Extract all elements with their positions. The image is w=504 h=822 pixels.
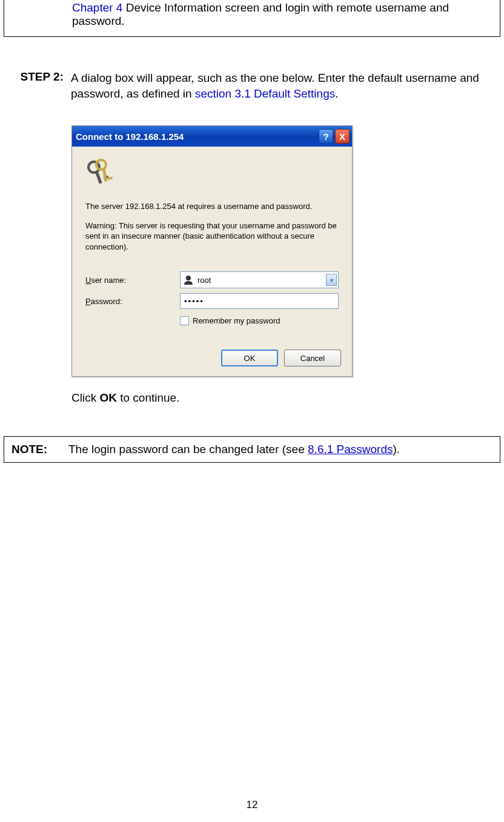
passwords-link[interactable]: 8.6.1 Passwords: [308, 443, 393, 456]
top-text: Chapter 4 Device Information screen and …: [10, 1, 494, 28]
close-button[interactable]: X: [335, 129, 350, 144]
close-icon: X: [339, 131, 345, 142]
step-2-body: A dialog box will appear, such as the on…: [71, 70, 497, 101]
svg-rect-4: [102, 168, 108, 182]
remember-checkbox[interactable]: [180, 316, 189, 325]
step-2-label: STEP 2:: [7, 70, 71, 101]
username-value: root: [197, 276, 326, 285]
dialog-message-2: Warning: This server is requesting that …: [85, 220, 339, 253]
section-3-1-link[interactable]: section 3.1 Default Settings: [195, 87, 335, 100]
dropdown-button[interactable]: ▾: [326, 274, 337, 286]
user-avatar-icon: [183, 274, 194, 285]
chevron-down-icon: ▾: [330, 277, 333, 283]
dialog-title: Connect to 192.168.1.254: [76, 131, 317, 142]
dialog-titlebar[interactable]: Connect to 192.168.1.254 ? X: [72, 126, 352, 147]
note-box: NOTE: The login password can be changed …: [4, 436, 500, 463]
click-ok-text: Click OK to continue.: [0, 377, 504, 405]
page-number: 12: [0, 799, 504, 811]
cancel-button[interactable]: Cancel: [284, 350, 341, 366]
note-label: NOTE:: [12, 443, 68, 456]
svg-rect-1: [94, 170, 102, 184]
password-label: Password:: [85, 297, 180, 306]
help-button[interactable]: ?: [319, 129, 333, 144]
top-text-rest: Device Information screen and login with…: [72, 1, 449, 27]
keys-icon: [83, 159, 113, 189]
chapter-4-link[interactable]: Chapter 4: [72, 1, 122, 14]
help-icon: ?: [323, 131, 328, 142]
top-continuation-box: Chapter 4 Device Information screen and …: [4, 0, 500, 37]
dialog-message-1: The server 192.168.1.254 at requires a u…: [85, 201, 339, 212]
svg-point-6: [186, 276, 191, 280]
step-text-after: .: [335, 87, 338, 100]
username-combobox[interactable]: root ▾: [180, 271, 339, 288]
note-body: The login password can be changed later …: [68, 443, 492, 456]
username-label: User name:: [85, 276, 180, 285]
password-value: •••••: [184, 297, 204, 306]
auth-dialog: Connect to 192.168.1.254 ? X The: [71, 125, 353, 377]
ok-button[interactable]: OK: [221, 350, 278, 366]
password-input[interactable]: •••••: [180, 293, 339, 309]
remember-label: Remember my password: [193, 316, 280, 325]
